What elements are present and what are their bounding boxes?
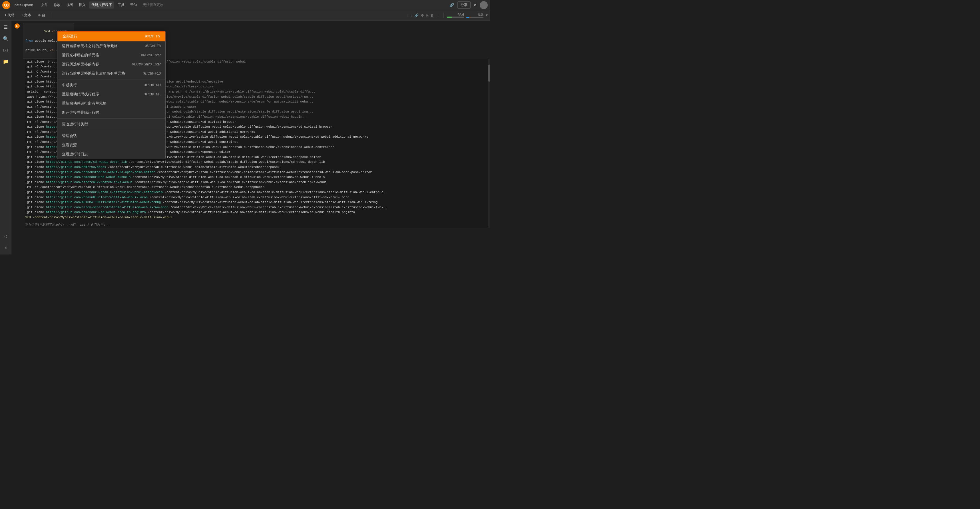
menubar: install.ipynb 文件 修改 视图 插入 代码执行程序 工具 帮助 无…	[0, 0, 490, 10]
menu-run-all[interactable]: 全部运行 ⌘/Ctrl+F9	[57, 31, 165, 41]
sidebar-files-icon[interactable]: 📁	[1, 57, 10, 66]
divider2	[57, 118, 165, 119]
menu-run-after-shortcut: ⌘/Ctrl+F10	[143, 72, 161, 75]
output-line: !git clone https://github.com/AUTOMATIC1…	[25, 200, 488, 205]
menu-interrupt-shortcut: ⌘/Ctrl+M I	[144, 83, 161, 87]
menu-view[interactable]: 视图	[64, 2, 75, 9]
add-code-button[interactable]: + 代码	[2, 12, 17, 19]
output-line: !git clone https://github.com/KohakuBlue…	[25, 195, 488, 200]
menu-run-all-shortcut: ⌘/Ctrl+F9	[145, 34, 160, 38]
menu-tools[interactable]: 工具	[115, 2, 127, 9]
menu-disconnect-label: 断开连接并删除运行时	[62, 110, 99, 115]
settings-icon[interactable]: ⚙	[474, 3, 476, 8]
menubar-right: 🔗 分享 ⚙	[449, 1, 488, 9]
output-line: !git clone https://github.com/camenduru/…	[25, 210, 488, 215]
disk-label: 磁盘	[478, 13, 484, 17]
output-line: !git clone https://github.com/jexom/sd-w…	[25, 160, 488, 165]
divider1	[57, 79, 165, 80]
toolbar-more-icon[interactable]: ⋮	[436, 13, 440, 17]
menu-manage-sessions[interactable]: 管理会话	[57, 131, 165, 140]
add-text-button[interactable]: + 文本	[19, 12, 33, 19]
menu-run-all-label: 全部运行	[62, 34, 77, 39]
output-line: !git clone https://github.com/nonnonstop…	[25, 170, 488, 175]
divider2	[443, 13, 444, 18]
disk-bar-fill	[466, 17, 469, 18]
toolbar-trash-icon[interactable]: 🗑	[431, 13, 434, 17]
share-button[interactable]: 分享	[457, 2, 471, 9]
menu-run-selected-shortcut: ⌘/Ctrl+Shift+Enter	[132, 62, 161, 66]
sidebar-bottom-icon[interactable]: ◁	[1, 232, 10, 241]
output-line: !git clone https://github.com/hnmr293/po…	[25, 165, 488, 170]
menu-view-resources-label: 查看资源	[62, 143, 77, 148]
output-line: !git clone https://github.com/ashen-sens…	[25, 205, 488, 210]
output-line: %cd /content/drive/MyDrive/stable-diffus…	[25, 215, 488, 220]
menu-run-before-shortcut: ⌘/Ctrl+F8	[145, 44, 161, 48]
menu-insert[interactable]: 插入	[76, 2, 88, 9]
logo	[2, 1, 10, 9]
disk-bar	[466, 17, 484, 18]
menu-interrupt-label: 中断执行	[62, 83, 77, 88]
toolbar-copy-icon[interactable]: ⎘	[426, 13, 428, 17]
main-layout: ☰ 🔍 {x} 📁 ◁ ◁ ▶ %cd /content from google…	[0, 21, 490, 254]
menu-restart[interactable]: 重新启动代码执行程序 ⌘/Ctrl+M .	[57, 90, 165, 99]
cell-run-indicator[interactable]: ▶	[11, 23, 23, 29]
run-button[interactable]: ▶	[14, 24, 20, 29]
menu-view-resources[interactable]: 查看资源	[57, 140, 165, 150]
menu-edit[interactable]: 修改	[51, 2, 63, 9]
expand-icon[interactable]: ▼	[486, 13, 488, 17]
menu-restart-shortcut: ⌘/Ctrl+M .	[144, 92, 161, 96]
output-line: !rm -rf /content/drive/MyDrive/stable-di…	[25, 185, 488, 190]
menu-view-runtime-log[interactable]: 查看运行时日志	[57, 150, 165, 159]
menu-change-runtime-label: 更改运行时类型	[62, 122, 88, 127]
save-button[interactable]: ⊙ 自	[36, 12, 48, 19]
sidebar-bottom-icon2[interactable]: ◁	[1, 243, 10, 252]
menu-help[interactable]: 帮助	[128, 2, 139, 9]
disk-indicator: 磁盘	[466, 13, 484, 18]
output-line: !git clone https://github.com/camenduru/…	[25, 190, 488, 195]
runtime-dropdown-menu: 全部运行 ⌘/Ctrl+F9 运行当前单元格之前的所有单元格 ⌘/Ctrl+F8…	[57, 31, 165, 159]
menu-change-runtime[interactable]: 更改运行时类型	[57, 120, 165, 129]
unsaved-notice: 无法保存更改	[140, 2, 165, 9]
ram-indicator: RAM	[447, 13, 464, 18]
toolbar: + 代码 + 文本 ⊙ 自 ↑ ↓ 🔗 ⚙ ⎘ 🗑 ⋮ RAM 磁盘 ▼	[0, 10, 490, 21]
menu-run-selected-label: 运行所选单元格的内容	[62, 62, 99, 67]
menu-runtime[interactable]: 代码执行程序	[89, 2, 114, 9]
sidebar-variables-icon[interactable]: {x}	[1, 46, 10, 55]
sidebar-search-icon[interactable]: 🔍	[1, 34, 10, 43]
ram-bar-fill	[447, 17, 452, 18]
menu-run-cursor-shortcut: ⌘/Ctrl+Enter	[141, 53, 161, 57]
toolbar-right: ↑ ↓ 🔗 ⚙ ⎘ 🗑 ⋮ RAM 磁盘 ▼	[406, 13, 488, 18]
output-line: !git clone https://github.com/etherealxx…	[25, 180, 488, 185]
menu-run-before[interactable]: 运行当前单元格之前的所有单元格 ⌘/Ctrl+F8	[57, 41, 165, 51]
gutter	[23, 59, 25, 228]
menu-file[interactable]: 文件	[39, 2, 50, 9]
output-line: !git clone https://github.com/camenduru/…	[25, 175, 488, 180]
toolbar-settings-icon[interactable]: ⚙	[421, 13, 424, 17]
scrollbar[interactable]	[488, 59, 490, 228]
menu-run-cursor[interactable]: 运行光标所在的单元格 ⌘/Ctrl+Enter	[57, 51, 165, 60]
menu-run-cursor-label: 运行光标所在的单元格	[62, 52, 99, 58]
menu-restart-run-all[interactable]: 重新启动并运行所有单元格	[57, 99, 165, 108]
sidebar-menu-icon[interactable]: ☰	[1, 23, 10, 32]
menu-manage-sessions-label: 管理会话	[62, 134, 77, 138]
ram-label: RAM	[458, 13, 464, 16]
menu-run-selected[interactable]: 运行所选单元格的内容 ⌘/Ctrl+Shift+Enter	[57, 60, 165, 69]
menu-disconnect[interactable]: 断开连接并删除运行时	[57, 108, 165, 117]
toolbar-link-icon[interactable]: 🔗	[414, 13, 418, 17]
sidebar: ☰ 🔍 {x} 📁 ◁ ◁	[0, 21, 11, 254]
ram-bar	[447, 17, 464, 18]
link-icon[interactable]: 🔗	[449, 3, 454, 8]
status-line: 正在运行(已运行了约39秒) — 内存: 100 / 内存占用: —	[25, 223, 488, 227]
user-avatar[interactable]	[480, 1, 488, 9]
menu-run-before-label: 运行当前单元格之前的所有单元格	[62, 43, 118, 49]
menu-view-runtime-log-label: 查看运行时日志	[62, 152, 88, 157]
arrow-up-icon[interactable]: ↑	[406, 13, 408, 17]
menu-restart-run-all-label: 重新启动并运行所有单元格	[62, 101, 107, 106]
scrollbar-thumb[interactable]	[488, 65, 490, 82]
arrow-down-icon[interactable]: ↓	[410, 13, 412, 17]
menu-run-after-label: 运行当前单元格以及其后的所有单元格	[62, 71, 125, 76]
notebook-title: install.ipynb	[14, 3, 33, 7]
menu-interrupt[interactable]: 中断执行 ⌘/Ctrl+M I	[57, 81, 165, 90]
menu-restart-label: 重新启动代码执行程序	[62, 92, 99, 97]
menu-run-after[interactable]: 运行当前单元格以及其后的所有单元格 ⌘/Ctrl+F10	[57, 69, 165, 78]
